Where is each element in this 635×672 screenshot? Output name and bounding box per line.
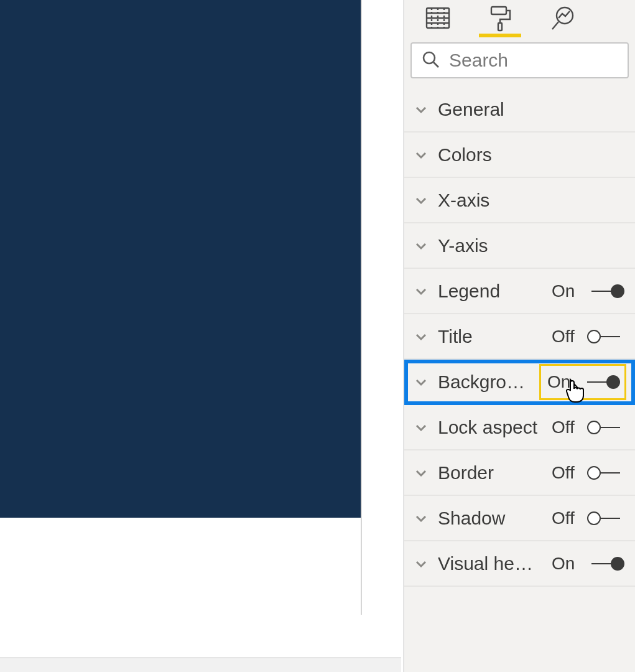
svg-point-11 — [424, 52, 435, 63]
toggle-switch[interactable] — [588, 511, 624, 525]
chevron-down-icon — [413, 238, 429, 254]
canvas-page — [0, 0, 401, 615]
toggle-state-label: Off — [552, 418, 582, 437]
canvas-divider — [361, 0, 362, 615]
svg-rect-7 — [491, 7, 506, 14]
section-label: Colors — [438, 144, 624, 166]
section-toggle[interactable]: On — [539, 364, 626, 400]
section-toggle[interactable]: Off — [552, 418, 624, 437]
search-box[interactable] — [410, 42, 629, 78]
section-toggle[interactable]: On — [552, 281, 624, 301]
toggle-switch[interactable] — [588, 330, 624, 343]
chevron-down-icon — [413, 329, 429, 345]
toggle-switch[interactable] — [588, 466, 624, 480]
chevron-down-icon — [413, 556, 429, 572]
paint-roller-icon — [486, 4, 514, 34]
app-root: GeneralColorsX-axisY-axisLegendOnTitleOf… — [0, 0, 635, 672]
svg-line-12 — [433, 62, 438, 67]
chevron-down-icon — [413, 374, 429, 390]
toggle-state-label: On — [547, 372, 577, 392]
section-row[interactable]: Y-axis — [404, 223, 635, 269]
chevron-down-icon — [413, 147, 429, 163]
section-label: Shadow — [438, 508, 543, 529]
section-label: X-axis — [438, 190, 624, 211]
section-label: Title — [438, 326, 543, 347]
section-label: Legend — [438, 281, 543, 302]
search-icon — [420, 49, 440, 72]
toggle-switch[interactable] — [588, 421, 624, 434]
section-toggle[interactable]: On — [552, 554, 624, 574]
tab-fields[interactable] — [420, 2, 455, 36]
section-label: General — [438, 99, 624, 120]
section-row[interactable]: General — [404, 87, 635, 133]
chevron-down-icon — [413, 283, 429, 299]
section-row[interactable]: LegendOn — [404, 269, 635, 314]
chevron-down-icon — [413, 465, 429, 481]
toggle-state-label: Off — [552, 463, 582, 483]
section-row[interactable]: Colors — [404, 133, 635, 178]
section-toggle[interactable]: Off — [552, 327, 624, 347]
chevron-down-icon — [413, 101, 429, 118]
pane-tabs — [404, 0, 635, 39]
section-label: Background — [438, 371, 531, 393]
search-input[interactable] — [449, 50, 619, 71]
section-row[interactable]: ShadowOff — [404, 496, 635, 541]
tab-format[interactable] — [483, 2, 517, 36]
toggle-switch[interactable] — [588, 557, 624, 571]
toggle-switch[interactable] — [583, 375, 619, 389]
bottom-strip — [0, 658, 401, 672]
fields-icon — [424, 4, 452, 34]
analytics-icon — [549, 4, 576, 34]
section-toggle[interactable]: Off — [552, 463, 624, 483]
chevron-down-icon — [413, 192, 429, 208]
section-row[interactable]: TitleOff — [404, 314, 635, 360]
canvas-area — [0, 0, 401, 658]
toggle-state-label: Off — [552, 327, 582, 347]
visual-canvas[interactable] — [0, 0, 361, 518]
format-pane: GeneralColorsX-axisY-axisLegendOnTitleOf… — [403, 0, 635, 672]
chevron-down-icon — [413, 510, 429, 526]
section-row[interactable]: X-axis — [404, 178, 635, 223]
tab-analytics[interactable] — [545, 2, 580, 36]
toggle-state-label: On — [552, 554, 582, 574]
section-label: Y-axis — [438, 235, 624, 256]
section-row[interactable]: Lock aspectOff — [404, 405, 635, 450]
svg-rect-8 — [498, 23, 502, 30]
section-label: Border — [438, 462, 543, 483]
section-toggle[interactable]: Off — [552, 508, 624, 528]
toggle-switch[interactable] — [588, 284, 624, 298]
section-label: Lock aspect — [438, 417, 543, 438]
toggle-state-label: Off — [552, 508, 582, 528]
section-label: Visual header — [438, 553, 543, 574]
format-sections: GeneralColorsX-axisY-axisLegendOnTitleOf… — [404, 87, 635, 587]
svg-line-10 — [552, 22, 559, 29]
chevron-down-icon — [413, 419, 429, 436]
toggle-state-label: On — [552, 281, 582, 301]
section-row[interactable]: BackgroundOn — [404, 360, 635, 405]
section-row[interactable]: BorderOff — [404, 450, 635, 496]
section-row[interactable]: Visual headerOn — [404, 541, 635, 587]
